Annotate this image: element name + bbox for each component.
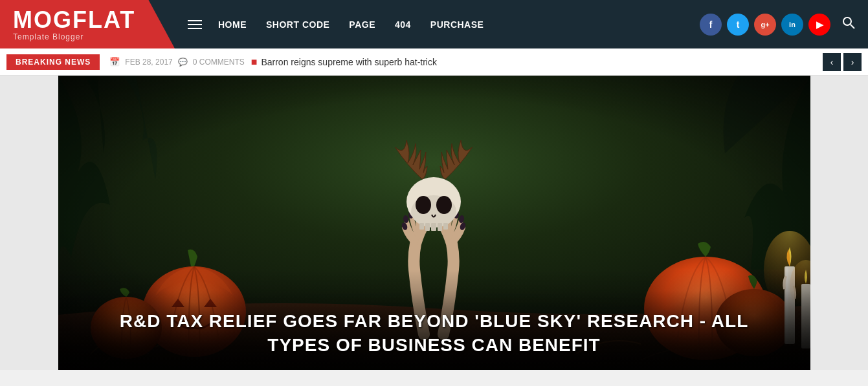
nav-page[interactable]: PAGE xyxy=(349,19,375,30)
article-caption: R&D TAX RELIEF GOES FAR BEYOND 'BLUE SKY… xyxy=(58,290,810,370)
header-right: f t g+ in ▶ xyxy=(687,0,868,48)
twitter-icon[interactable]: t xyxy=(727,14,749,36)
site-subtitle: Template Blogger xyxy=(13,32,142,41)
main-nav: HOME SHORT CODE PAGE 404 PURCHASE xyxy=(175,0,687,48)
linkedin-icon[interactable]: in xyxy=(781,14,803,36)
nav-links: HOME SHORT CODE PAGE 404 PURCHASE xyxy=(218,19,484,30)
logo-block: MOGFLAT Template Blogger xyxy=(0,0,175,48)
site-header: MOGFLAT Template Blogger HOME SHORT CODE… xyxy=(0,0,868,48)
svg-line-1 xyxy=(851,25,854,28)
breaking-prev-button[interactable]: ‹ xyxy=(823,53,841,71)
breaking-news-meta: 📅 FEB 28, 2017 💬 0 COMMENTS xyxy=(109,57,244,67)
article-bg: R&D TAX RELIEF GOES FAR BEYOND 'BLUE SKY… xyxy=(58,76,810,370)
facebook-icon[interactable]: f xyxy=(700,14,722,36)
nav-404[interactable]: 404 xyxy=(395,19,411,30)
comment-icon: 💬 xyxy=(178,58,188,67)
nav-short-code[interactable]: SHORT CODE xyxy=(266,19,329,30)
breaking-dot: ■ xyxy=(251,56,258,68)
search-icon xyxy=(842,16,855,29)
main-article-image: R&D TAX RELIEF GOES FAR BEYOND 'BLUE SKY… xyxy=(58,76,810,370)
search-button[interactable] xyxy=(842,16,855,32)
breaking-next-button[interactable]: › xyxy=(843,53,862,71)
breaking-news-nav: ‹ › xyxy=(823,53,862,71)
breaking-news-bar: BREAKING NEWS 📅 FEB 28, 2017 💬 0 COMMENT… xyxy=(0,48,868,76)
youtube-icon[interactable]: ▶ xyxy=(808,14,830,36)
breaking-news-comments: 0 COMMENTS xyxy=(193,58,245,67)
breaking-news-date: FEB 28, 2017 xyxy=(125,58,172,67)
hamburger-button[interactable] xyxy=(188,20,202,29)
breaking-news-label: BREAKING NEWS xyxy=(6,54,100,70)
article-title: R&D TAX RELIEF GOES FAR BEYOND 'BLUE SKY… xyxy=(110,310,759,357)
nav-purchase[interactable]: PURCHASE xyxy=(430,19,484,30)
google-plus-icon[interactable]: g+ xyxy=(754,14,776,36)
calendar-icon: 📅 xyxy=(109,57,120,67)
svg-point-0 xyxy=(843,17,851,25)
breaking-news-text: Barron reigns supreme with superb hat-tr… xyxy=(261,57,823,67)
nav-home[interactable]: HOME xyxy=(218,19,247,30)
site-title: MOGFLAT xyxy=(13,7,142,33)
